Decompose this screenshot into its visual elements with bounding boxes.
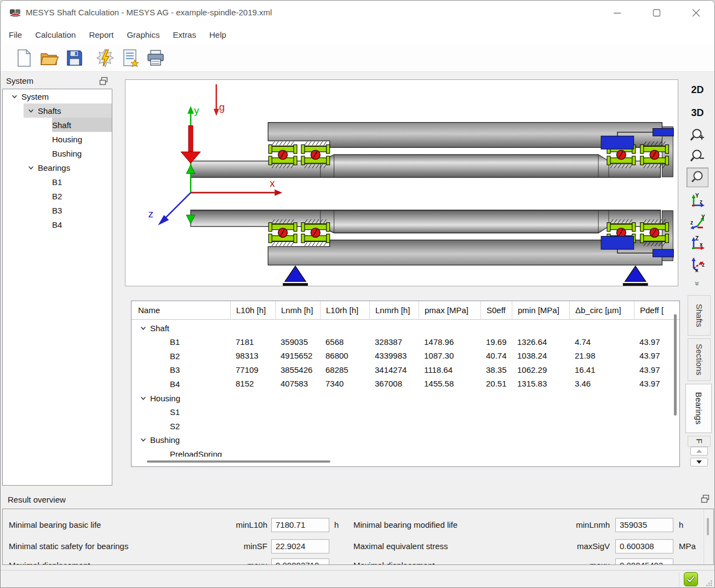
zoom-out-button[interactable] (687, 147, 708, 166)
table-row-s2[interactable]: S2 (131, 419, 679, 433)
overview-field-value[interactable]: 0.600308 (615, 539, 673, 554)
tree-item-housing[interactable]: Housing (3, 132, 112, 146)
load-block-top-large[interactable] (601, 136, 634, 149)
shaft-top-section[interactable] (191, 154, 660, 177)
float-panel-icon[interactable] (99, 77, 108, 85)
row-expand-arrow[interactable] (136, 325, 150, 331)
tree-item-shaft[interactable]: Shaft (3, 118, 112, 132)
table-row-b3[interactable]: B37710938554266828534142741118.6438.3510… (131, 363, 679, 377)
view-xz-button[interactable]: z x (687, 255, 708, 274)
overview-field-value[interactable]: 0.00045403 (615, 558, 673, 565)
tree-item-b2[interactable]: B2 (3, 189, 112, 203)
table-hscroll-thumb[interactable] (147, 460, 330, 463)
menu-calculation[interactable]: Calculation (35, 27, 76, 43)
tree-item-bearings[interactable]: Bearings (3, 160, 112, 175)
tree-item-system[interactable]: System (3, 89, 112, 103)
overview-field-value[interactable]: 0.00003710 (271, 558, 329, 565)
tree-item-b4[interactable]: B4 (3, 217, 112, 232)
tabs-scroll-up-button[interactable] (690, 447, 708, 456)
table-row-b4[interactable]: B4815240758373403670081455.5820.511315.8… (131, 377, 679, 391)
table-row-b1[interactable]: B1718135903565683283871478.9619.691326.6… (131, 335, 679, 349)
calculate-button[interactable] (95, 48, 116, 68)
view-zx-button[interactable]: Z x (687, 233, 708, 253)
view-yz-button[interactable]: Y z (687, 191, 708, 210)
print-button[interactable] (145, 48, 166, 68)
table-row-preloadspring[interactable]: PreloadSpring (131, 447, 679, 457)
column-header-8[interactable]: Δb_circ [µm] (569, 301, 634, 320)
column-header-1[interactable]: L10h [h] (230, 301, 275, 320)
table-row-bushing[interactable]: Bushing (131, 433, 679, 447)
menu-file[interactable]: File (9, 27, 22, 43)
overview-field-value[interactable]: 7180.71 (271, 518, 329, 532)
column-header-5[interactable]: pmax [MPa] (419, 301, 481, 320)
calculation-status-button[interactable] (684, 572, 698, 586)
load-block-top-small[interactable] (653, 129, 674, 136)
tab-bearings[interactable]: Bearings (685, 384, 712, 433)
tree-item-shafts[interactable]: Shafts (3, 103, 112, 118)
more-tools-chevron-icon[interactable]: » (688, 273, 707, 295)
tab-shafts[interactable]: Shafts (688, 295, 711, 336)
tree-expand-arrow[interactable] (7, 94, 21, 100)
support-triangle-right[interactable] (625, 266, 646, 281)
overview-field-value[interactable]: 22.9024 (271, 539, 329, 554)
table-horizontal-scrollbar[interactable] (133, 459, 670, 464)
table-vertical-scrollbar[interactable] (674, 314, 677, 416)
close-button[interactable] (683, 2, 708, 24)
overview-scroll-thumb[interactable] (707, 518, 709, 535)
table-row-housing[interactable]: Housing (131, 391, 679, 405)
row-indent (131, 377, 170, 391)
menu-report[interactable]: Report (89, 27, 113, 43)
column-header-7[interactable]: pmin [MPa] (512, 301, 569, 320)
tree-indent (3, 89, 7, 103)
table-row-b2[interactable]: B29831349156528680043399831087.3040.7410… (131, 349, 679, 363)
open-file-button[interactable] (39, 48, 60, 68)
save-button[interactable] (64, 48, 85, 68)
tab-sections[interactable]: Sections (688, 338, 711, 381)
column-header-6[interactable]: S0eff (481, 301, 512, 320)
table-row-shaft[interactable]: Shaft (131, 321, 679, 335)
column-header-2[interactable]: Lnmh [h] (275, 301, 320, 320)
zoom-in-button[interactable] (687, 126, 708, 146)
load-block-bottom-small[interactable] (653, 249, 674, 257)
menu-extras[interactable]: Extras (173, 27, 196, 43)
column-header-3[interactable]: L10rh [h] (320, 301, 369, 320)
view-2d-button[interactable]: 2D (687, 80, 708, 100)
title-bar[interactable]: MESYS Shaft Calculation - MESYS AG - exa… (1, 1, 714, 25)
shaft-bottom-section[interactable] (191, 210, 660, 233)
menu-graphics[interactable]: Graphics (127, 27, 159, 43)
menu-help[interactable]: Help (209, 27, 226, 43)
overview-scrollbar[interactable] (703, 509, 711, 564)
row-expand-arrow[interactable] (136, 395, 150, 401)
column-header-4[interactable]: Lnmrh [h] (369, 301, 419, 320)
zoom-fit-button[interactable] (687, 168, 708, 187)
chevron-down-icon (12, 94, 18, 100)
row-expand-arrow[interactable] (136, 437, 150, 443)
tree-expand-arrow[interactable] (24, 108, 38, 114)
column-header-0[interactable]: Name (131, 301, 230, 320)
resize-grip-icon[interactable] (705, 579, 713, 587)
float-overview-icon[interactable] (701, 494, 710, 503)
tree-item-b3[interactable]: B3 (3, 203, 112, 217)
table-row-s1[interactable]: S1 (131, 405, 679, 419)
tree-item-bushing[interactable]: Bushing (3, 146, 112, 160)
tabs-scroll-down-button[interactable] (690, 458, 708, 466)
report-button[interactable] (120, 48, 141, 68)
shaft-drawing-canvas[interactable]: y x z g (125, 79, 678, 286)
maximize-button[interactable] (644, 2, 669, 24)
tree-expand-arrow[interactable] (24, 165, 38, 171)
cell-L10rh: 7340 (325, 377, 368, 391)
row-name-cell: PreloadSpring (131, 447, 222, 457)
tree-item-b1[interactable]: B1 (3, 175, 112, 189)
view-zy-button[interactable]: z Y (687, 212, 708, 232)
tree-item-label-wrap: B2 (52, 189, 112, 203)
new-file-button[interactable] (14, 48, 35, 68)
support-triangle-left[interactable] (285, 266, 306, 281)
view-3d-button[interactable]: 3D (687, 103, 708, 123)
minimize-button[interactable] (604, 2, 630, 24)
overview-field-value[interactable]: 359035 (615, 518, 673, 532)
row-name-label: B3 (170, 365, 180, 374)
row-name-label: PreloadSpring (170, 449, 222, 457)
load-block-bottom-large[interactable] (601, 236, 634, 249)
tab-f[interactable]: F (688, 436, 711, 447)
column-header-9[interactable]: Pdeff [ (634, 301, 680, 320)
